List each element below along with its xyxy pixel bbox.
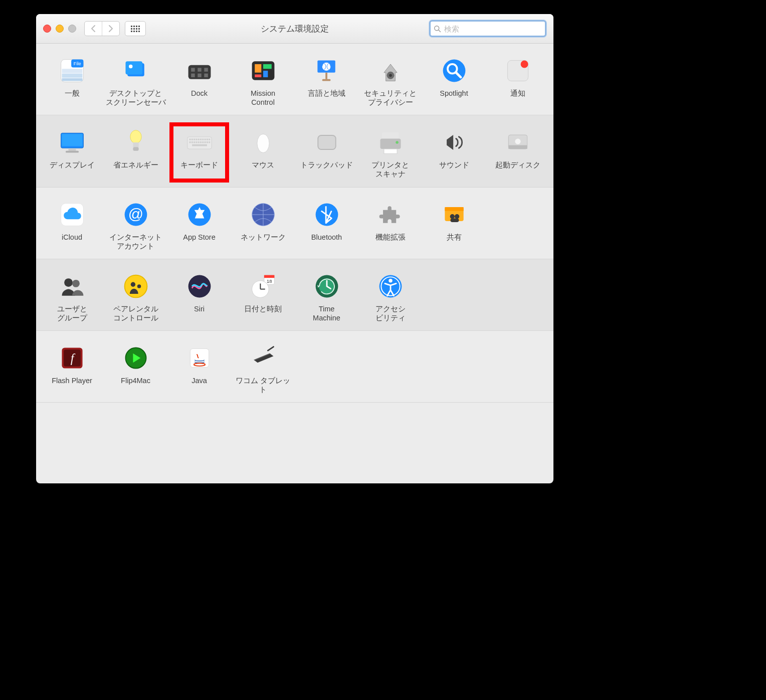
pref-item-desktop[interactable]: デスクトップと スクリーンセーバ bbox=[104, 53, 167, 110]
svg-rect-48 bbox=[202, 139, 204, 140]
pref-item-flip4mac[interactable]: Flip4Mac bbox=[104, 340, 167, 397]
pref-item-network[interactable]: ネットワーク bbox=[231, 197, 295, 254]
show-all-button[interactable] bbox=[125, 21, 146, 36]
window-controls bbox=[43, 25, 76, 33]
pref-item-label: 一般 bbox=[65, 89, 80, 98]
pref-item-date-time[interactable]: 18日付と時刻 bbox=[231, 268, 295, 325]
pref-item-internet-accounts[interactable]: @インターネット アカウント bbox=[104, 197, 167, 254]
displays-icon bbox=[57, 127, 87, 157]
desktop-icon bbox=[121, 56, 151, 86]
svg-point-72 bbox=[515, 139, 520, 144]
mouse-icon bbox=[248, 127, 278, 157]
svg-text:18: 18 bbox=[266, 278, 271, 283]
pref-item-wacom-tablet[interactable]: ワコム タブレット bbox=[231, 340, 295, 397]
close-button[interactable] bbox=[43, 25, 51, 33]
svg-rect-36 bbox=[68, 149, 76, 151]
extensions-icon bbox=[375, 200, 406, 230]
pref-row: File一般デスクトップと スクリーンセーバDockMission Contro… bbox=[40, 53, 549, 110]
pref-item-security[interactable]: セキュリティと プライバシー bbox=[358, 53, 422, 110]
pref-item-mission-control[interactable]: Mission Control bbox=[231, 53, 295, 110]
pref-row: iCloud@インターネット アカウントApp StoreネットワークBluet… bbox=[40, 197, 549, 254]
pref-item-printers[interactable]: プリンタと スキャナ bbox=[358, 124, 422, 182]
pref-item-dock[interactable]: Dock bbox=[167, 53, 231, 110]
pref-row: fFlash PlayerFlip4MacJavaワコム タブレット bbox=[40, 340, 549, 397]
search-field[interactable] bbox=[429, 20, 546, 37]
pref-item-label: プリンタと スキャナ bbox=[371, 160, 409, 179]
svg-rect-44 bbox=[194, 139, 195, 140]
pref-item-label: ユーザと グループ bbox=[57, 304, 87, 322]
search-input[interactable] bbox=[443, 24, 542, 34]
pref-item-flash-player[interactable]: fFlash Player bbox=[40, 340, 104, 397]
pref-item-label: Mission Control bbox=[251, 89, 275, 107]
svg-rect-9 bbox=[125, 61, 142, 74]
pref-item-mouse[interactable]: マウス bbox=[231, 124, 295, 182]
svg-rect-7 bbox=[62, 78, 82, 81]
svg-rect-17 bbox=[204, 74, 208, 77]
pref-item-label: Time Machine bbox=[313, 304, 340, 322]
pref-item-accessibility[interactable]: アクセシ ビリティ bbox=[358, 268, 422, 325]
svg-text:File: File bbox=[73, 61, 81, 66]
pref-item-general[interactable]: File一般 bbox=[40, 53, 104, 110]
general-icon: File bbox=[57, 56, 87, 86]
svg-rect-56 bbox=[198, 141, 199, 143]
forward-button[interactable] bbox=[102, 22, 119, 36]
pref-item-notifications[interactable]: 通知 bbox=[486, 53, 549, 110]
icloud-icon bbox=[57, 200, 87, 230]
flip4mac-icon bbox=[121, 343, 151, 373]
pref-item-siri[interactable]: Siri bbox=[167, 268, 231, 325]
svg-rect-42 bbox=[189, 139, 190, 140]
startup-disk-icon bbox=[503, 127, 533, 157]
svg-rect-35 bbox=[62, 134, 82, 146]
svg-rect-61 bbox=[209, 141, 210, 143]
internet-accounts-icon: @ bbox=[121, 200, 151, 230]
users-groups-icon bbox=[57, 271, 87, 301]
pref-item-app-store[interactable]: App Store bbox=[167, 197, 231, 254]
pref-item-java[interactable]: Java bbox=[167, 340, 231, 397]
pref-item-time-machine[interactable]: Time Machine bbox=[295, 268, 358, 325]
pref-item-parental-controls[interactable]: ペアレンタル コントロール bbox=[104, 268, 167, 325]
pref-item-language-region[interactable]: 言語と地域 bbox=[295, 53, 358, 110]
svg-point-38 bbox=[130, 130, 141, 143]
svg-rect-12 bbox=[191, 68, 195, 71]
svg-point-28 bbox=[389, 74, 392, 77]
pref-section: ユーザと グループペアレンタル コントロールSiri18日付と時刻Time Ma… bbox=[36, 259, 553, 331]
pref-item-displays[interactable]: ディスプレイ bbox=[40, 124, 104, 182]
minimize-button[interactable] bbox=[56, 25, 64, 33]
svg-rect-84 bbox=[450, 218, 459, 222]
pref-item-label: トラックパッド bbox=[300, 160, 353, 169]
pref-item-icloud[interactable]: iCloud bbox=[40, 197, 104, 254]
pref-item-label: マウス bbox=[252, 160, 274, 169]
svg-rect-13 bbox=[198, 68, 201, 71]
pref-item-label: デスクトップと スクリーンセーバ bbox=[106, 89, 166, 107]
security-icon bbox=[375, 56, 406, 86]
svg-rect-25 bbox=[325, 73, 327, 79]
spotlight-icon bbox=[439, 56, 469, 86]
svg-rect-43 bbox=[191, 139, 193, 140]
pref-item-label: 起動ディスク bbox=[495, 160, 540, 169]
pref-item-label: 通知 bbox=[510, 89, 525, 98]
pref-item-startup-disk[interactable]: 起動ディスク bbox=[486, 124, 549, 182]
pref-item-bluetooth[interactable]: Bluetooth bbox=[295, 197, 358, 254]
pref-item-label: アクセシ ビリティ bbox=[375, 304, 406, 322]
pref-item-extensions[interactable]: 機能拡張 bbox=[358, 197, 422, 254]
svg-point-69 bbox=[396, 141, 399, 144]
pref-item-sharing[interactable]: 共有 bbox=[422, 197, 486, 254]
pref-item-sound[interactable]: サウンド bbox=[422, 124, 486, 182]
siri-icon bbox=[184, 271, 215, 301]
energy-saver-icon bbox=[121, 127, 151, 157]
zoom-button[interactable] bbox=[68, 25, 76, 33]
svg-rect-54 bbox=[194, 141, 195, 143]
back-button[interactable] bbox=[85, 22, 102, 36]
pref-item-users-groups[interactable]: ユーザと グループ bbox=[40, 268, 104, 325]
pref-item-keyboard[interactable]: キーボード bbox=[167, 124, 231, 182]
svg-point-33 bbox=[520, 60, 528, 68]
svg-rect-26 bbox=[322, 79, 330, 81]
pref-item-spotlight[interactable]: Spotlight bbox=[422, 53, 486, 110]
notifications-icon bbox=[503, 56, 533, 86]
pref-item-trackpad[interactable]: トラックパッド bbox=[295, 124, 358, 182]
svg-text:@: @ bbox=[128, 206, 143, 222]
pref-item-energy-saver[interactable]: 省エネルギー bbox=[104, 124, 167, 182]
svg-rect-51 bbox=[209, 139, 210, 140]
pref-item-label: 機能拡張 bbox=[375, 233, 406, 242]
preferences-window: システム環境設定 File一般デスクトップと スクリーンセーバDockMissi… bbox=[36, 14, 553, 483]
